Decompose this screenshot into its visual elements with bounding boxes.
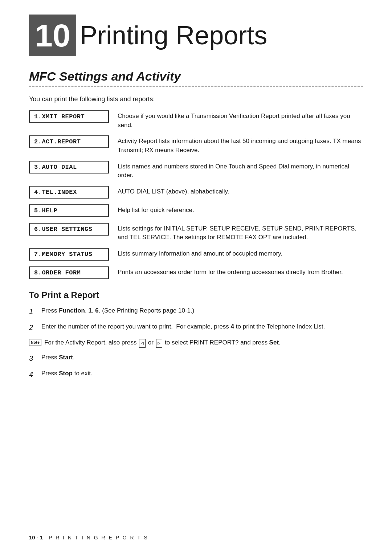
reports-table: 1.XMIT REPORT Choose if you would like a… bbox=[29, 110, 363, 279]
page-footer: 10 - 1 P R I N T I N G R E P O R T S bbox=[29, 534, 363, 540]
step-number-1: 1 bbox=[29, 306, 39, 317]
report-desc-1: Choose if you would like a Transmission … bbox=[118, 110, 363, 130]
report-row: 1.XMIT REPORT Choose if you would like a… bbox=[29, 110, 363, 130]
note-badge: Note bbox=[29, 339, 41, 346]
left-arrow-icon: ◁ bbox=[139, 339, 146, 348]
report-label-1: 1.XMIT REPORT bbox=[29, 110, 109, 123]
report-row: 2.ACT.REPORT Activity Report lists infor… bbox=[29, 135, 363, 155]
report-desc-6: Lists settings for INITIAL SETUP, SETUP … bbox=[118, 223, 363, 242]
steps-list: 1 Press Function, 1, 6. (See Printing Re… bbox=[29, 306, 363, 333]
report-row: 5.HELP Help list for quick reference. bbox=[29, 204, 363, 217]
steps-list-continued: 3 Press Start. 4 Press Stop to exit. bbox=[29, 353, 363, 380]
step-text-2: Enter the number of the report you want … bbox=[41, 322, 363, 331]
report-row: 3.AUTO DIAL Lists names and numbers stor… bbox=[29, 161, 363, 180]
step-2: 2 Enter the number of the report you wan… bbox=[29, 322, 363, 333]
report-label-2: 2.ACT.REPORT bbox=[29, 135, 109, 148]
footer-page-number: 10 - 1 bbox=[29, 534, 43, 540]
step-3: 3 Press Start. bbox=[29, 353, 363, 364]
report-label-5: 5.HELP bbox=[29, 204, 109, 217]
report-row: 6.USER SETTINGS Lists settings for INITI… bbox=[29, 223, 363, 242]
report-desc-5: Help list for quick reference. bbox=[118, 204, 363, 215]
chapter-title: Printing Reports bbox=[80, 21, 267, 50]
report-label-3: 3.AUTO DIAL bbox=[29, 161, 109, 174]
chapter-number: 10 bbox=[29, 15, 76, 56]
report-row: 4.TEL.INDEX AUTO DIAL LIST (above), alph… bbox=[29, 186, 363, 199]
step-number-2: 2 bbox=[29, 322, 39, 333]
report-row: 8.ORDER FORM Prints an accessories order… bbox=[29, 266, 363, 279]
chapter-header: 10 Printing Reports bbox=[29, 15, 363, 56]
step-4: 4 Press Stop to exit. bbox=[29, 369, 363, 380]
section-divider bbox=[29, 86, 363, 87]
step-number-3: 3 bbox=[29, 353, 39, 364]
note-row: Note For the Activity Report, also press… bbox=[29, 338, 363, 348]
footer-chapter-label: P R I N T I N G R E P O R T S bbox=[49, 535, 148, 540]
report-desc-4: AUTO DIAL LIST (above), alphabetically. bbox=[118, 186, 363, 196]
report-desc-2: Activity Report lists information about … bbox=[118, 135, 363, 155]
subsection-heading: To Print a Report bbox=[29, 290, 363, 300]
step-number-4: 4 bbox=[29, 369, 39, 380]
right-arrow-icon: ▷ bbox=[156, 339, 163, 348]
page-content: 10 Printing Reports MFC Settings and Act… bbox=[0, 0, 392, 407]
step-text-1: Press Function, 1, 6. (See Printing Repo… bbox=[41, 306, 363, 315]
step-text-3: Press Start. bbox=[41, 353, 363, 362]
report-desc-8: Prints an accessories order form for the… bbox=[118, 266, 363, 277]
step-text-4: Press Stop to exit. bbox=[41, 369, 363, 378]
report-desc-3: Lists names and numbers stored in One To… bbox=[118, 161, 363, 180]
step-1: 1 Press Function, 1, 6. (See Printing Re… bbox=[29, 306, 363, 317]
note-text: For the Activity Report, also press ◁ or… bbox=[44, 338, 363, 348]
report-row: 7.MEMORY STATUS Lists summary informatio… bbox=[29, 248, 363, 261]
report-label-6: 6.USER SETTINGS bbox=[29, 223, 109, 236]
section-heading: MFC Settings and Activity bbox=[29, 69, 363, 83]
intro-text: You can print the following lists and re… bbox=[29, 95, 363, 103]
report-desc-7: Lists summary information and amount of … bbox=[118, 248, 363, 258]
report-label-7: 7.MEMORY STATUS bbox=[29, 248, 109, 261]
report-label-8: 8.ORDER FORM bbox=[29, 266, 109, 279]
report-label-4: 4.TEL.INDEX bbox=[29, 186, 109, 199]
